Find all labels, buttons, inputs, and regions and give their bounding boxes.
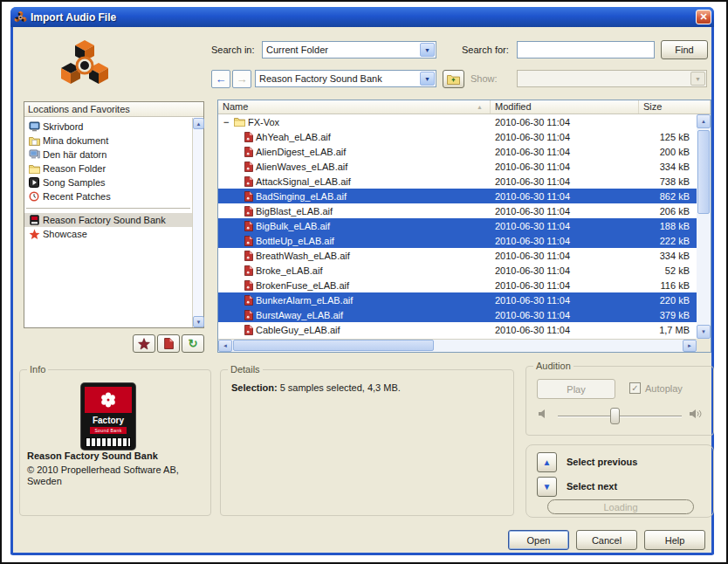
clock-icon: [27, 191, 41, 202]
parent-folder-button[interactable]: [443, 70, 464, 88]
volume-slider-track[interactable]: [558, 416, 682, 417]
file-size: 334 kB: [639, 162, 697, 172]
location-dropdown[interactable]: Reason Factory Sound Bank ▼: [255, 70, 436, 87]
select-previous-button[interactable]: ▲: [537, 452, 557, 472]
sidebar-item[interactable]: Showcase: [24, 227, 192, 241]
column-header-name[interactable]: Name ▲: [218, 100, 491, 113]
collapse-icon[interactable]: −: [223, 117, 234, 127]
loading-label: Loading: [603, 502, 637, 512]
play-button[interactable]: Play: [537, 379, 615, 399]
select-next-label: Select next: [567, 481, 617, 492]
forward-button[interactable]: →: [232, 70, 251, 88]
table-row[interactable]: −FX-Vox2010-06-30 11:04: [218, 114, 697, 129]
table-row[interactable]: AttackSignal_eLAB.aif2010-06-30 11:04738…: [218, 174, 697, 189]
locations-scrollbar[interactable]: ▲ ▼: [192, 118, 203, 327]
window-title: Import Audio File: [31, 11, 116, 24]
sidebar-item[interactable]: Den här datorn: [24, 148, 192, 162]
sidebar-item-label: Skrivbord: [43, 121, 83, 132]
scrollbar-thumb[interactable]: [697, 130, 710, 214]
help-button[interactable]: Help: [644, 530, 705, 550]
dialog-body: Search in: Current Folder ▼ Search for: …: [13, 27, 711, 553]
file-size: 862 kB: [639, 191, 697, 202]
autoplay-label: Autoplay: [645, 383, 683, 394]
sidebar-item[interactable]: Skrivbord: [24, 120, 192, 134]
chevron-down-icon[interactable]: ▼: [420, 43, 435, 57]
scroll-down-button[interactable]: ▼: [193, 316, 204, 327]
volume-high-icon: [690, 409, 703, 419]
scroll-right-button[interactable]: ►: [683, 340, 697, 352]
scroll-down-button[interactable]: ▼: [697, 325, 711, 339]
audio-file-icon: [244, 236, 253, 246]
horizontal-scrollbar[interactable]: ◄ ►: [218, 339, 697, 352]
folder-icon: [234, 117, 245, 127]
add-favorite-button[interactable]: [133, 334, 155, 353]
file-list: Name ▲ Modified Size −FX-Vox2010-06-30 1…: [217, 100, 711, 353]
open-button[interactable]: Open: [508, 530, 569, 550]
autoplay-checkbox[interactable]: ✓: [629, 382, 641, 394]
file-name: CableGuy_eLAB.aif: [256, 325, 340, 335]
table-row[interactable]: AlienDigest_eLAB.aif2010-06-30 11:04200 …: [218, 144, 697, 159]
sidebar-item[interactable]: Mina dokument: [24, 134, 192, 148]
search-for-input[interactable]: [517, 41, 655, 58]
table-row[interactable]: BadSinging_eLAB.aif2010-06-30 11:04862 k…: [218, 189, 697, 203]
scroll-up-button[interactable]: ▲: [697, 114, 711, 128]
soundbank-title: Reason Factory Sound Bank: [27, 451, 158, 461]
sidebar-item[interactable]: Recent Patches: [24, 189, 192, 203]
table-row[interactable]: Broke_eLAB.aif2010-06-30 11:0452 kB: [218, 263, 697, 278]
table-row[interactable]: BigBlast_eLAB.aif2010-06-30 11:04206 kB: [218, 203, 697, 218]
locations-list: SkrivbordMina dokumentDen här datornReas…: [24, 118, 192, 327]
patch-info-button[interactable]: [157, 334, 180, 353]
close-button[interactable]: ✕: [696, 10, 711, 24]
scrollbar-corner: [697, 339, 711, 352]
audition-group: Audition Play ✓ Autoplay: [525, 366, 714, 436]
search-in-dropdown[interactable]: Current Folder ▼: [262, 41, 436, 58]
soundbank-badge: Factory Sound Bank: [81, 383, 135, 450]
volume-slider-thumb[interactable]: [610, 408, 620, 424]
file-modified: 2010-06-30 11:04: [491, 280, 639, 291]
cancel-button[interactable]: Cancel: [576, 530, 637, 550]
sidebar-item[interactable]: Reason Factory Sound Bank: [24, 213, 192, 227]
badge-subtitle: Sound Bank: [90, 427, 127, 434]
table-row[interactable]: BreathWash_eLAB.aif2010-06-30 11:04334 k…: [218, 248, 697, 263]
table-row[interactable]: AhYeah_eLAB.aif2010-06-30 11:04125 kB: [218, 129, 697, 144]
sidebar-item[interactable]: Reason Folder: [24, 162, 192, 175]
copyright-text: © 2010 Propellerhead Software AB, Sweden: [27, 464, 179, 487]
file-size: 116 kB: [639, 280, 697, 291]
file-size: 52 kB: [639, 265, 697, 276]
sidebar-item[interactable]: Song Samples: [24, 175, 192, 189]
piano-keys: [86, 437, 131, 447]
sidebar-item-label: Showcase: [43, 229, 87, 239]
file-modified: 2010-06-30 11:04: [491, 132, 639, 142]
table-row[interactable]: BurstAway_eLAB.aif2010-06-30 11:04379 kB: [218, 307, 697, 322]
file-name: Broke_eLAB.aif: [256, 265, 322, 276]
table-row[interactable]: BunkerAlarm_eLAB.aif2010-06-30 11:04220 …: [218, 292, 697, 307]
scroll-up-button[interactable]: ▲: [193, 118, 204, 129]
find-button[interactable]: Find: [661, 40, 708, 59]
play-icon: [27, 177, 41, 188]
table-row[interactable]: BrokenFuse_eLAB.aif2010-06-30 11:04116 k…: [218, 278, 697, 292]
table-row[interactable]: CableGuy_eLAB.aif2010-06-30 11:041,7 MB: [218, 322, 697, 337]
table-row[interactable]: BigBulk_eLAB.aif2010-06-30 11:04188 kB: [218, 218, 697, 233]
search-in-label: Search in:: [211, 45, 255, 55]
column-header-modified[interactable]: Modified: [491, 100, 639, 113]
refresh-button[interactable]: ↻: [182, 334, 204, 353]
table-row[interactable]: AlienWaves_eLAB.aif2010-06-30 11:04334 k…: [218, 159, 697, 174]
sidebar-item-label: Den här datorn: [43, 149, 106, 160]
scrollbar-track[interactable]: [435, 340, 683, 352]
scroll-left-button[interactable]: ◄: [218, 340, 232, 352]
search-in-value: Current Folder: [263, 45, 419, 55]
show-label: Show:: [470, 73, 498, 84]
back-button[interactable]: ←: [211, 70, 230, 88]
column-header-size[interactable]: Size: [639, 100, 711, 113]
file-size: 379 kB: [639, 310, 697, 320]
audio-file-icon: [244, 295, 253, 306]
file-modified: 2010-06-30 11:04: [491, 117, 639, 127]
documents-icon: [27, 136, 41, 146]
vertical-scrollbar[interactable]: ▲ ▼: [697, 114, 711, 339]
titlebar[interactable]: Import Audio File ✕: [10, 7, 714, 27]
file-name: AlienDigest_eLAB.aif: [256, 147, 346, 157]
table-row[interactable]: BottleUp_eLAB.aif2010-06-30 11:04222 kB: [218, 233, 697, 248]
scrollbar-thumb[interactable]: [233, 340, 434, 351]
select-next-button[interactable]: ▼: [537, 477, 557, 497]
chevron-down-icon[interactable]: ▼: [420, 72, 435, 86]
